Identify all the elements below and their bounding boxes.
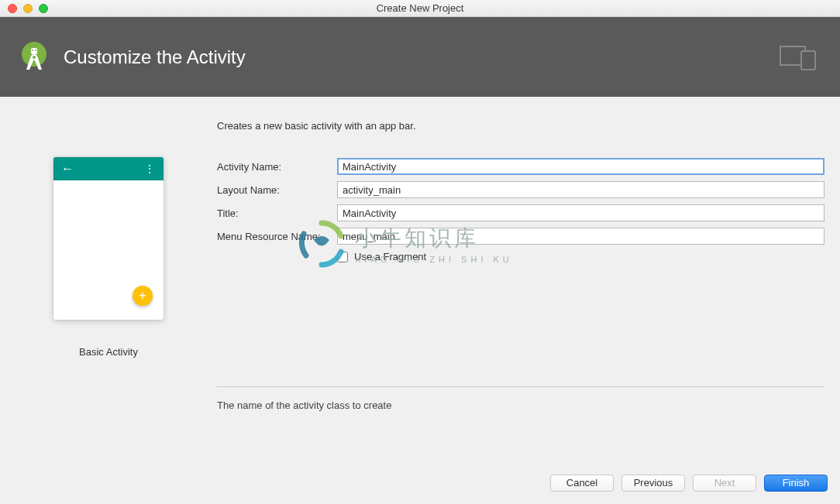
layout-name-label: Layout Name: bbox=[217, 184, 337, 196]
overflow-menu-icon: ⋮ bbox=[144, 166, 156, 171]
footer: Cancel Previous Next Finish bbox=[0, 461, 840, 504]
use-fragment-checkbox[interactable] bbox=[337, 252, 348, 262]
fab-icon: + bbox=[133, 286, 153, 306]
template-name: Basic Activity bbox=[79, 346, 138, 358]
layout-name-input[interactable] bbox=[337, 181, 825, 198]
divider bbox=[217, 386, 825, 387]
content: ← ⋮ + Basic Activity Creates a new basic… bbox=[0, 97, 840, 458]
banner-title: Customize the Activity bbox=[64, 46, 246, 68]
devices-icon bbox=[780, 43, 818, 71]
finish-button[interactable]: Finish bbox=[764, 475, 828, 492]
titlebar: Create New Project bbox=[0, 0, 840, 17]
description: Creates a new basic activity with an app… bbox=[217, 120, 825, 132]
activity-name-label: Activity Name: bbox=[217, 161, 337, 173]
form-column: Creates a new basic activity with an app… bbox=[217, 120, 840, 458]
cancel-button[interactable]: Cancel bbox=[550, 475, 614, 492]
previous-button[interactable]: Previous bbox=[621, 475, 685, 492]
menu-resource-label: Menu Resource Name: bbox=[217, 231, 337, 242]
preview-appbar: ← ⋮ bbox=[53, 157, 164, 180]
banner: Customize the Activity bbox=[0, 17, 840, 97]
svg-point-3 bbox=[35, 50, 36, 51]
android-studio-icon bbox=[15, 39, 53, 76]
use-fragment-label: Use a Fragment bbox=[354, 251, 426, 262]
menu-resource-input[interactable] bbox=[337, 228, 825, 245]
activity-name-input[interactable] bbox=[337, 158, 825, 175]
window-title: Create New Project bbox=[0, 2, 840, 14]
template-preview: ← ⋮ + bbox=[53, 157, 164, 320]
back-arrow-icon: ← bbox=[61, 162, 74, 176]
next-button: Next bbox=[693, 475, 756, 492]
title-input[interactable] bbox=[337, 204, 825, 221]
title-label: Title: bbox=[217, 207, 337, 219]
svg-point-5 bbox=[33, 56, 36, 59]
svg-rect-1 bbox=[31, 48, 37, 54]
template-preview-column: ← ⋮ + Basic Activity bbox=[0, 120, 217, 458]
hint-text: The name of the activity class to create bbox=[217, 399, 825, 411]
svg-point-2 bbox=[32, 50, 33, 51]
svg-rect-7 bbox=[801, 51, 815, 70]
